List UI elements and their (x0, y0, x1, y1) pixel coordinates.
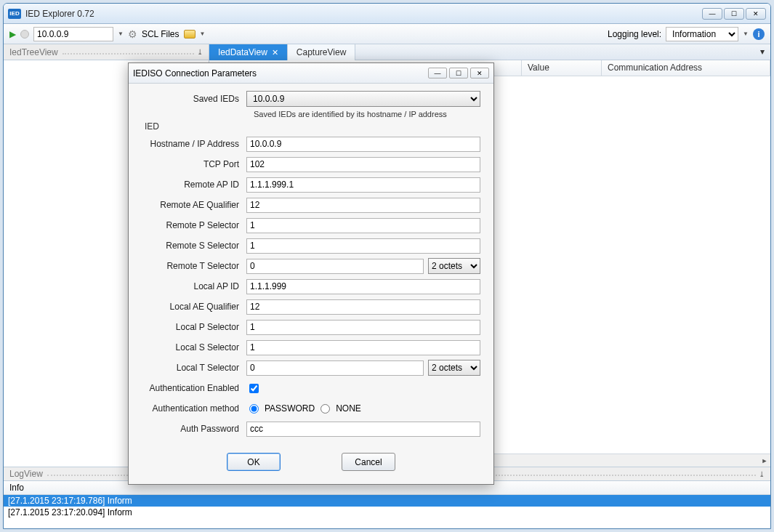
dialog-icon: IED (133, 68, 148, 78)
dialog-titlebar: IED ISO Connection Parameters — ☐ ✕ (129, 63, 493, 84)
info-icon[interactable]: i (753, 28, 765, 40)
window-maximize-button[interactable]: ☐ (724, 8, 744, 20)
scl-dropdown-icon[interactable]: ▼ (200, 31, 206, 37)
pin-icon[interactable]: ⤓ (759, 470, 765, 478)
tab-captureview[interactable]: CaptureView (288, 44, 355, 60)
saved-ieds-label: Saved IEDs (142, 94, 246, 104)
remote-p-selector-input[interactable] (246, 218, 480, 233)
tcp-port-input[interactable] (246, 157, 480, 172)
window-close-button[interactable]: ✕ (746, 8, 766, 20)
local-s-selector-input[interactable] (246, 340, 480, 355)
auth-enabled-checkbox[interactable] (249, 384, 259, 393)
dialog-close-button[interactable]: ✕ (470, 68, 489, 78)
log-row[interactable]: [27.1.2015 23:17:20.094] Inform (4, 507, 770, 518)
toolbar: ▶ ▼ ⚙ SCL Files ▼ Logging level: Informa… (4, 24, 770, 44)
auth-password-label: Auth Password (142, 424, 246, 434)
local-p-selector-input[interactable] (246, 320, 480, 335)
tabbar: IedTreeView⤓ IedDataView✕ CaptureView ▾ (4, 44, 770, 60)
remote-t-octets-select[interactable]: 2 octets (428, 258, 480, 274)
remote-t-selector-input[interactable] (246, 259, 424, 274)
auth-method-password-radio[interactable] (249, 404, 259, 414)
app-title: IED Explorer 0.72 (25, 9, 94, 19)
saved-ieds-hint: Saved IEDs are identified by its hostnam… (254, 110, 480, 118)
local-t-octets-select[interactable]: 2 octets (428, 360, 480, 376)
record-icon[interactable] (20, 30, 29, 39)
logging-level-select[interactable]: Information (666, 27, 738, 41)
tab-overflow-icon[interactable]: ▾ (754, 44, 770, 60)
auth-method-password-label: PASSWORD (265, 403, 315, 414)
titlebar: IED IED Explorer 0.72 — ☐ ✕ (4, 4, 770, 24)
run-icon[interactable]: ▶ (9, 29, 16, 39)
saved-ieds-select[interactable]: 10.0.0.9 (246, 91, 480, 107)
remote-ap-id-label: Remote AP ID (142, 180, 246, 190)
col-comm[interactable]: Communication Address (602, 60, 770, 76)
local-t-selector-input[interactable] (246, 360, 424, 376)
ip-input[interactable] (33, 27, 113, 41)
local-s-selector-label: Local S Selector (142, 342, 246, 352)
logging-dropdown-icon[interactable]: ▼ (743, 31, 749, 37)
local-ae-qualifier-label: Local AE Qualifier (142, 302, 246, 312)
remote-ae-qualifier-input[interactable] (246, 198, 480, 213)
local-t-selector-label: Local T Selector (142, 363, 246, 373)
tab-ieddataview[interactable]: IedDataView✕ (209, 44, 288, 60)
logging-level-label: Logging level: (608, 29, 661, 39)
local-p-selector-label: Local P Selector (142, 322, 246, 332)
remote-p-selector-label: Remote P Selector (142, 220, 246, 230)
dialog-minimize-button[interactable]: — (428, 68, 447, 78)
remote-t-selector-label: Remote T Selector (142, 261, 246, 271)
ip-dropdown-icon[interactable]: ▼ (118, 31, 124, 37)
local-ap-id-label: Local AP ID (142, 281, 246, 291)
log-row[interactable]: [27.1.2015 23:17:19.786] Inform (4, 495, 770, 507)
remote-s-selector-label: Remote S Selector (142, 241, 246, 251)
col-value[interactable]: Value (522, 60, 602, 76)
app-icon: IED (8, 9, 21, 19)
local-ap-id-input[interactable] (246, 279, 480, 294)
pin-icon[interactable]: ⤓ (197, 48, 203, 56)
tcp-port-label: TCP Port (142, 159, 246, 169)
auth-method-label: Authentication method (142, 403, 246, 414)
auth-password-input[interactable] (246, 422, 480, 437)
close-tab-icon[interactable]: ✕ (272, 48, 278, 57)
local-ae-qualifier-input[interactable] (246, 299, 480, 315)
auth-method-none-label: NONE (336, 403, 361, 414)
dialog-maximize-button[interactable]: ☐ (449, 68, 468, 78)
remote-s-selector-input[interactable] (246, 238, 480, 254)
tree-panel-label: IedTreeView⤓ (4, 44, 209, 60)
gear-icon[interactable]: ⚙ (128, 28, 137, 40)
hostname-label: Hostname / IP Address (142, 139, 246, 149)
ok-button[interactable]: OK (227, 453, 281, 471)
cancel-button[interactable]: Cancel (342, 453, 395, 471)
iso-connection-dialog: IED ISO Connection Parameters — ☐ ✕ Save… (128, 63, 494, 485)
remote-ap-id-input[interactable] (246, 177, 480, 193)
ied-group-label: IED (145, 121, 480, 132)
log-body: [27.1.2015 23:17:19.786] Inform [27.1.20… (4, 495, 770, 528)
scl-files-label: SCL Files (142, 29, 180, 39)
auth-enabled-label: Authentication Enabled (142, 383, 246, 393)
folder-icon[interactable] (184, 30, 195, 39)
auth-method-none-radio[interactable] (321, 404, 330, 414)
hostname-input[interactable] (246, 137, 480, 152)
dialog-title: ISO Connection Parameters (148, 68, 257, 78)
remote-ae-qualifier-label: Remote AE Qualifier (142, 200, 246, 210)
window-minimize-button[interactable]: — (702, 8, 722, 20)
